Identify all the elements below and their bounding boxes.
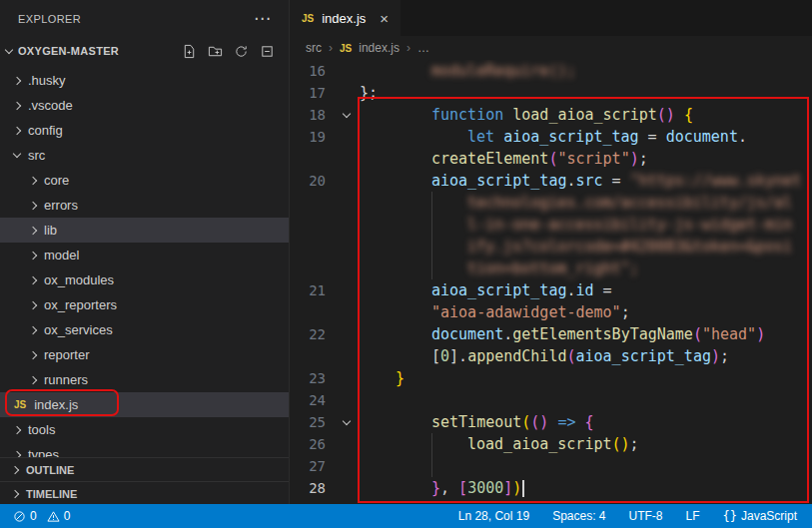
redacted-text: "https://www.skynet [630,172,802,190]
code-line-18[interactable]: 18function load_aioa_script() { [290,104,812,126]
tree-item-.vscode[interactable]: .vscode [0,93,289,118]
code-line-24[interactable]: 24 [290,389,812,411]
code-line-16[interactable]: 16moduleRequire(); [290,60,812,82]
code-token: , [440,479,458,497]
code-line-wrap[interactable]: l-in-one-accessibility-js-widget-min [290,214,812,236]
explorer-sidebar: EXPLORER ⋯ OXYGEN-MASTER .husky.vscodeco… [0,0,290,504]
eol-setting[interactable]: LF [683,509,703,523]
file-tree: .husky.vscodeconfigsrccoreerrorslibmodel… [0,68,289,457]
line-number[interactable]: 23 [290,367,334,389]
text-cursor [522,480,524,497]
code-text: let aioa_script_tag = document. [360,126,747,148]
tree-item-.husky[interactable]: .husky [0,68,289,93]
code-line-wrap[interactable]: [0].appendChild(aioa_script_tag); [290,345,812,367]
line-number[interactable] [290,148,334,170]
timeline-panel-header[interactable]: TIMELINE [0,481,289,504]
tree-item-tools[interactable]: tools [0,417,289,442]
indentation-setting[interactable]: Spaces: 4 [549,509,608,523]
line-number[interactable]: 19 [290,126,334,148]
more-actions-icon[interactable]: ⋯ [254,14,271,24]
tree-item-runners[interactable]: runners [0,367,289,392]
close-icon[interactable]: × [380,10,389,27]
code-line-wrap[interactable]: tion=bottom_right"; [290,258,812,279]
code-line-20[interactable]: 20aioa_script_tag.src = "https://www.sky… [290,170,812,192]
breadcrumb-src[interactable]: src [306,41,322,55]
code-line-19[interactable]: 19let aioa_script_tag = document. [290,126,812,148]
encoding-setting[interactable]: UTF-8 [626,509,666,523]
collapse-folders-icon[interactable] [260,44,275,59]
breadcrumb: src › JS index.js › … [290,36,812,60]
breadcrumb-symbol[interactable]: … [417,41,429,55]
code-token [503,106,512,124]
tree-item-label: errors [44,198,78,213]
project-section-header[interactable]: OXYGEN-MASTER [0,38,289,64]
code-line-26[interactable]: 26load_aioa_script(); [290,433,812,455]
tree-item-src[interactable]: src [0,143,289,168]
refresh-icon[interactable] [234,44,249,59]
code-line-27[interactable]: 27 [290,455,812,477]
tree-item-errors[interactable]: errors [0,193,289,218]
line-number[interactable]: 25 [290,411,334,433]
chevron-right-icon [29,176,37,184]
code-token: () [657,106,675,124]
code-token: . [503,325,512,343]
code-editor[interactable]: 16moduleRequire();17};18function load_ai… [290,60,812,504]
tree-item-lib[interactable]: lib [0,218,289,243]
line-number[interactable] [290,236,334,258]
line-number[interactable]: 24 [290,389,334,411]
breadcrumb-file[interactable]: index.js [359,41,400,55]
tree-item-ox_modules[interactable]: ox_modules [0,267,289,292]
fold-gutter [334,279,360,301]
outline-panel-label: OUTLINE [26,464,74,476]
line-number[interactable] [290,301,334,323]
tree-item-reporter[interactable]: reporter [0,342,289,367]
line-number[interactable] [290,345,334,367]
errors-indicator[interactable]: 0 [10,509,40,523]
line-number[interactable] [290,258,334,279]
tree-item-config[interactable]: config [0,118,289,143]
tree-item-core[interactable]: core [0,168,289,193]
tab-index-js[interactable]: JS index.js × [290,0,401,36]
outline-panel-header[interactable]: OUTLINE [0,457,289,481]
warnings-indicator[interactable]: 0 [44,509,74,523]
cursor-position[interactable]: Ln 28, Col 19 [455,509,532,523]
code-line-21[interactable]: 21aioa_script_tag.id = [290,279,812,301]
code-line-wrap[interactable]: technologies.com/accessibility/js/al [290,192,812,214]
language-mode[interactable]: {} JavaScript [720,509,800,523]
tree-item-index.js[interactable]: JSindex.js [0,392,289,417]
line-number[interactable]: 17 [290,82,334,104]
line-number[interactable] [290,192,334,214]
new-file-icon[interactable] [182,44,197,59]
fold-gutter [334,126,360,148]
code-line-wrap[interactable]: "aioa-adawidget-demo"; [290,301,812,323]
line-number[interactable]: 27 [290,455,334,477]
code-line-28[interactable]: 28}, [3000]) [290,477,812,499]
line-number[interactable]: 26 [290,433,334,455]
line-number[interactable]: 28 [290,477,334,499]
tree-item-types[interactable]: types [0,442,289,457]
fold-chevron-icon[interactable] [334,411,360,433]
line-number[interactable]: 18 [290,104,334,126]
line-number[interactable] [290,214,334,236]
code-line-wrap[interactable]: ify.js?colorcode=#420083&token=&posi [290,236,812,258]
tree-item-label: types [28,447,59,457]
line-number[interactable]: 21 [290,279,334,301]
line-number[interactable]: 22 [290,323,334,345]
tree-item-ox_reporters[interactable]: ox_reporters [0,292,289,317]
code-line-25[interactable]: 25setTimeout(() => { [290,411,812,433]
code-line-23[interactable]: 23} [290,367,812,389]
tree-item-ox_services[interactable]: ox_services [0,317,289,342]
tree-item-label: .vscode [28,98,73,113]
code-line-17[interactable]: 17}; [290,82,812,104]
line-number[interactable]: 16 [290,60,334,82]
tree-item-model[interactable]: model [0,243,289,267]
fold-gutter [334,367,360,389]
code-line-22[interactable]: 22document.getElementsByTagName("head") [290,323,812,345]
line-number[interactable]: 20 [290,170,334,192]
tab-bar: JS index.js × [290,0,812,36]
tree-item-label: runners [44,372,88,387]
new-folder-icon[interactable] [208,44,223,59]
fold-chevron-icon[interactable] [334,104,360,126]
fold-gutter [334,433,360,455]
code-line-wrap[interactable]: createElement("script"); [290,148,812,170]
